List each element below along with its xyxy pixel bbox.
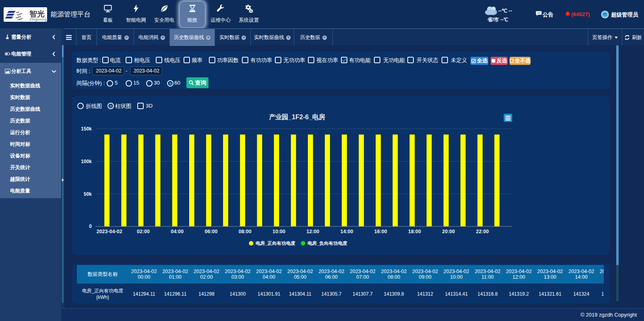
svg-text:2023-04-02: 2023-04-02 xyxy=(97,229,122,234)
svg-text:14:00: 14:00 xyxy=(341,229,353,234)
svg-text:产业园_1F2-6_电房: 产业园_1F2-6_电房 xyxy=(268,113,325,120)
svg-text:0: 0 xyxy=(89,224,92,229)
svg-text:50k: 50k xyxy=(84,191,92,197)
svg-text:Zhiguang: Zhiguang xyxy=(29,17,47,21)
svg-text:22:00: 22:00 xyxy=(476,229,489,234)
svg-text:电房_正向有功电度: 电房_正向有功电度 xyxy=(256,240,295,246)
svg-text:04:00: 04:00 xyxy=(171,229,184,234)
svg-text:16:00: 16:00 xyxy=(374,229,387,234)
svg-text:18:00: 18:00 xyxy=(408,229,421,234)
svg-text:06:00: 06:00 xyxy=(205,229,218,234)
svg-text:150k: 150k xyxy=(81,126,92,132)
svg-text:12:00: 12:00 xyxy=(306,229,319,234)
svg-text:10:00: 10:00 xyxy=(272,229,285,234)
svg-text:100k: 100k xyxy=(81,159,92,164)
svg-text:20:00: 20:00 xyxy=(442,229,455,234)
svg-text:02:00: 02:00 xyxy=(137,229,150,234)
svg-text:08:00: 08:00 xyxy=(239,229,252,234)
svg-text:电房_负向有功电度: 电房_负向有功电度 xyxy=(308,240,347,246)
